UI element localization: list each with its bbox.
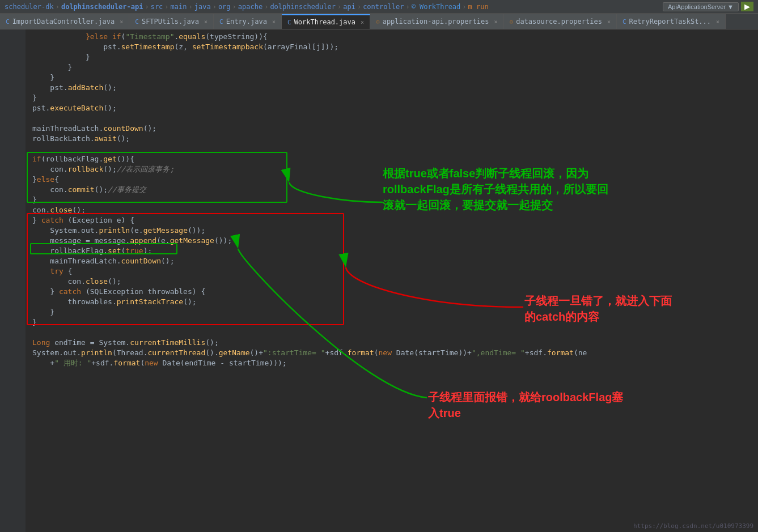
close-icon[interactable]: ×: [716, 19, 719, 25]
code-line: +" 用时: "+sdf.format(new Date(endTime - s…: [32, 358, 758, 368]
code-line: pst.setTimestamp(z, setTimestampback(arr…: [32, 42, 758, 52]
java-icon: C: [219, 18, 223, 25]
code-line: rollBackLatch.await();: [32, 134, 758, 144]
breadcrumb-scheduler-dk[interactable]: scheduler-dk: [5, 3, 54, 11]
close-icon[interactable]: ×: [272, 19, 276, 25]
code-content[interactable]: }else if("Timestamp".equals(typeString))…: [26, 29, 758, 532]
code-line: System.out.println(e.getMessage());: [32, 225, 758, 236]
line-numbers: [0, 29, 26, 532]
code-line: if(rollbackFlag.get()){: [32, 154, 758, 164]
close-icon[interactable]: ×: [361, 19, 364, 25]
run-button[interactable]: ▶: [741, 2, 753, 11]
code-line: [32, 144, 758, 154]
breadcrumb-run[interactable]: m run: [468, 3, 489, 11]
code-line: } catch (SQLException throwables) {: [32, 287, 758, 297]
breadcrumb-org[interactable]: org: [218, 3, 231, 11]
code-line: throwables.printStackTrace();: [32, 297, 758, 307]
breadcrumb-main[interactable]: main: [171, 3, 187, 11]
breadcrumb-java[interactable]: java: [194, 3, 211, 11]
tab-bar: C ImportDataController.java × C SFTPUtil…: [0, 14, 758, 29]
code-line: }: [32, 62, 758, 73]
prop-icon: ⚙: [376, 18, 380, 25]
run-config-label: ApiApplicationServer ▼: [668, 3, 734, 10]
java-icon: C: [287, 19, 291, 26]
code-line: }: [32, 93, 758, 103]
code-line: [32, 327, 758, 338]
red-annotation-text-2: 子线程里面报错，就给roolbackFlag塞 入true: [428, 389, 623, 421]
tab-app-api-prop[interactable]: ⚙ application-api.properties ×: [370, 14, 504, 29]
breadcrumb-src[interactable]: src: [151, 3, 163, 11]
code-line: }: [32, 52, 758, 62]
close-icon[interactable]: ×: [607, 19, 611, 25]
breadcrumb-controller[interactable]: controller: [363, 3, 404, 11]
java-icon: C: [135, 18, 139, 25]
close-icon[interactable]: ×: [120, 19, 123, 25]
code-line: mainThreadLatch.countDown();: [32, 256, 758, 266]
code-line: rollbackFlag.set(true);: [32, 246, 758, 256]
code-line: Long endTime = System.currentTimeMillis(…: [32, 338, 758, 348]
code-line: [32, 113, 758, 124]
close-icon[interactable]: ×: [494, 19, 498, 25]
code-line: mainThreadLatch.countDown();: [32, 124, 758, 134]
code-line: pst.addBatch();: [32, 83, 758, 93]
breadcrumb-apache[interactable]: apache: [238, 3, 262, 11]
breadcrumb-api[interactable]: dolphinscheduler-api: [61, 3, 143, 11]
code-line: }: [32, 317, 758, 327]
breadcrumb-dolphin[interactable]: dolphinscheduler: [270, 3, 336, 11]
prop-icon: ⚙: [510, 18, 514, 25]
breadcrumb-bar: scheduler-dk › dolphinscheduler-api › sr…: [0, 0, 758, 14]
editor-area: }else if("Timestamp".equals(typeString))…: [0, 29, 758, 532]
java-icon: C: [6, 18, 10, 25]
code-line: pst.executeBatch();: [32, 103, 758, 113]
code-line: } catch (Exception e) {: [32, 215, 758, 225]
tab-workthread[interactable]: C WorkThread.java ×: [282, 14, 370, 29]
code-line: }: [32, 73, 758, 83]
code-line: con.commit();//事务提交: [32, 185, 758, 195]
code-line: }: [32, 307, 758, 317]
breadcrumb-workthread[interactable]: © WorkThread: [412, 3, 461, 11]
java-icon: C: [623, 18, 626, 25]
code-line: }else{: [32, 175, 758, 185]
close-icon[interactable]: ×: [204, 19, 208, 25]
code-line: }: [32, 195, 758, 205]
code-line: try {: [32, 266, 758, 276]
code-line: con.close();: [32, 205, 758, 215]
tab-sftp-utils[interactable]: C SFTPUtils.java ×: [129, 14, 214, 29]
code-line: System.out.println(Thread.currentThread(…: [32, 348, 758, 358]
code-line: con.close();: [32, 276, 758, 287]
run-config-dropdown[interactable]: ApiApplicationServer ▼: [663, 2, 739, 11]
code-line: }else if("Timestamp".equals(typeString))…: [32, 32, 758, 42]
tab-datasource-prop[interactable]: ⚙ datasource.properties ×: [504, 14, 617, 29]
tab-entry[interactable]: C Entry.java ×: [214, 14, 282, 29]
tab-import-data[interactable]: C ImportDataController.java ×: [0, 14, 129, 29]
tab-retry-report[interactable]: C RetryReportTaskSt... ×: [617, 14, 726, 29]
breadcrumb-api2[interactable]: api: [343, 3, 355, 11]
code-line: message = message.append(e.getMessage())…: [32, 236, 758, 246]
code-line: con.rollback();//表示回滚事务;: [32, 164, 758, 175]
